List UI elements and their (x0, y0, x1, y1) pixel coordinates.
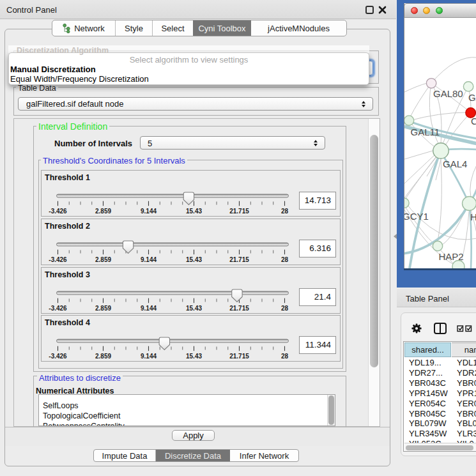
svg-text:C: C (471, 116, 476, 127)
svg-text:GA: GA (468, 92, 476, 103)
svg-text:GAL4: GAL4 (443, 158, 467, 169)
svg-text:GCY1: GCY1 (404, 211, 429, 222)
svg-text:GAL80: GAL80 (433, 88, 463, 99)
svg-text:HAP2: HAP2 (439, 251, 464, 262)
svg-text:H: H (470, 211, 476, 222)
svg-text:GAL11: GAL11 (411, 127, 440, 137)
